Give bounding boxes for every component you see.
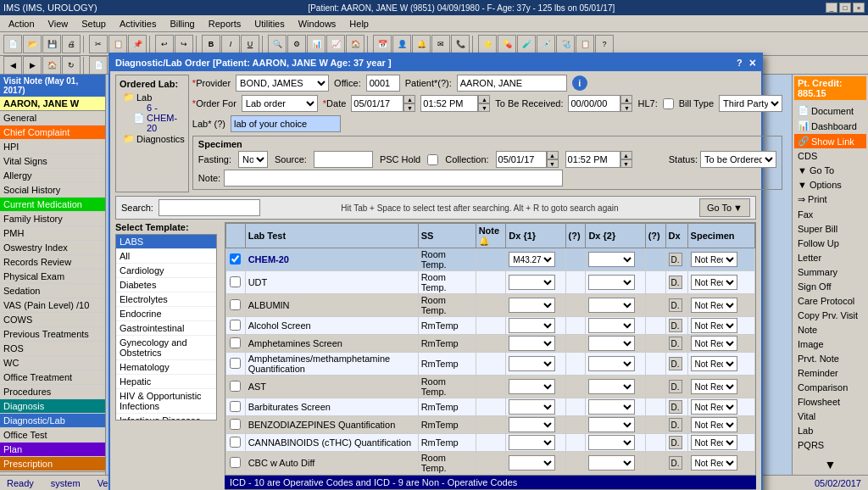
time-input[interactable]	[420, 95, 478, 112]
minimize-button[interactable]: _	[826, 3, 837, 13]
specimen-select[interactable]: Not Req	[691, 435, 737, 450]
dx1-select[interactable]	[509, 435, 555, 450]
nav-family-history[interactable]: Family History	[0, 212, 105, 226]
right-print[interactable]: ⇒ Print	[794, 192, 866, 207]
template-hematology[interactable]: Hematology	[116, 360, 216, 375]
dx-button[interactable]: D.	[669, 276, 682, 289]
nav-general[interactable]: General	[0, 111, 105, 125]
row-checkbox[interactable]	[230, 381, 241, 392]
nav-back[interactable]: ◀	[3, 56, 22, 75]
source-input[interactable]	[314, 151, 373, 168]
dx2-select[interactable]	[588, 318, 635, 333]
tool8[interactable]: 🔔	[412, 35, 431, 53]
right-vital[interactable]: Vital	[794, 409, 866, 423]
menu-setup[interactable]: Setup	[76, 18, 111, 30]
right-pqrs[interactable]: PQRS	[794, 438, 866, 452]
dx-button[interactable]: D.	[669, 418, 682, 432]
specimen-select[interactable]: Not Req	[691, 417, 737, 432]
tool9[interactable]: ✉	[431, 35, 450, 53]
tool6[interactable]: 📅	[373, 35, 392, 53]
dx-button[interactable]: D.	[669, 380, 682, 393]
time-up[interactable]: ▲	[478, 95, 490, 103]
nav-social-history[interactable]: Social History	[0, 183, 105, 198]
redo-button[interactable]: ↪	[175, 35, 193, 53]
open-button[interactable]: 📂	[23, 35, 42, 53]
tree-diagnostics[interactable]: 📁 Diagnostics	[120, 133, 185, 144]
dx2-select[interactable]	[588, 417, 635, 432]
menu-billing[interactable]: Billing	[164, 18, 199, 30]
right-comparison[interactable]: Comparison	[794, 381, 866, 394]
undo-button[interactable]: ↩	[155, 35, 174, 53]
dx-button[interactable]: D.	[669, 357, 682, 370]
nav-office-treatment[interactable]: Office Treatment	[0, 370, 105, 385]
nav-physical-exam[interactable]: Physical Exam	[0, 270, 105, 284]
right-flowsheet[interactable]: Flowsheet	[794, 395, 866, 409]
specimen-select[interactable]: Not Req	[691, 298, 737, 313]
template-diabetes[interactable]: Diabetes	[116, 278, 216, 292]
new-button[interactable]: 📄	[3, 35, 22, 53]
right-follow-up[interactable]: Follow Up	[794, 237, 866, 250]
row-checkbox[interactable]	[230, 358, 241, 369]
search-input[interactable]	[159, 199, 260, 216]
office-input[interactable]	[366, 75, 400, 92]
dx2-select[interactable]	[588, 399, 635, 415]
status-select[interactable]: To be Ordered	[700, 151, 776, 168]
nav-pmh[interactable]: PMH	[0, 226, 105, 241]
specimen-select[interactable]: Not Req	[691, 252, 737, 267]
dx1-select[interactable]	[509, 336, 555, 351]
col-date-down[interactable]: ▼	[547, 159, 559, 168]
go-to-button[interactable]: Go To ▼	[699, 198, 750, 217]
tool5[interactable]: 🏠	[346, 35, 364, 53]
nav-prescription[interactable]: Prescription	[0, 457, 105, 471]
copy-button[interactable]: 📋	[108, 35, 127, 53]
dx-button[interactable]: D.	[669, 319, 682, 332]
right-prvt-note[interactable]: Prvt. Note	[794, 352, 866, 365]
date-input[interactable]	[351, 95, 403, 112]
dx1-select[interactable]	[509, 356, 555, 371]
dx1-select[interactable]	[509, 399, 555, 415]
row-checkbox[interactable]	[230, 437, 241, 448]
italic-button[interactable]: I	[221, 35, 240, 53]
specimen-select[interactable]: Not Req	[691, 336, 737, 351]
dx2-select[interactable]	[588, 336, 635, 351]
dx2-select[interactable]	[588, 298, 635, 313]
tool3[interactable]: 📊	[307, 35, 326, 53]
nav-diagnostic-lab[interactable]: Diagnostic/Lab	[0, 414, 105, 428]
right-fax[interactable]: Fax	[794, 208, 866, 221]
tool7[interactable]: 👤	[392, 35, 411, 53]
tool2[interactable]: ⚙	[287, 35, 306, 53]
menu-activities[interactable]: Activities	[114, 18, 161, 30]
template-electrolytes[interactable]: Electrolytes	[116, 292, 216, 307]
time-down[interactable]: ▼	[478, 103, 490, 112]
dx2-select[interactable]	[588, 379, 635, 394]
dx1-select[interactable]	[509, 417, 555, 432]
tree-chem20[interactable]: 📄 6 - CHEM-20	[120, 103, 185, 133]
template-endocrine[interactable]: Endocrine	[116, 307, 216, 321]
specimen-select[interactable]: Not Req	[691, 356, 737, 371]
bill-type-select[interactable]: Third Party	[719, 95, 782, 112]
restore-button[interactable]: □	[839, 3, 851, 13]
nav-cows[interactable]: COWS	[0, 313, 105, 327]
tool10[interactable]: 📞	[451, 35, 470, 53]
info-icon[interactable]: i	[572, 75, 587, 91]
nav-prev-treatments[interactable]: Previous Treatments	[0, 327, 105, 342]
template-gynecology[interactable]: Gynecology and Obstetrics	[116, 336, 216, 360]
received-up[interactable]: ▲	[620, 95, 632, 103]
template-infectious[interactable]: Infectious Diseases	[116, 414, 216, 420]
specimen-select[interactable]: Not Req	[691, 318, 737, 333]
menu-windows[interactable]: Windows	[293, 18, 342, 30]
dx1-select[interactable]	[509, 318, 555, 333]
template-cardiology[interactable]: Cardiology	[116, 264, 216, 278]
tool13[interactable]: 🧪	[517, 35, 536, 53]
nav-sedation[interactable]: Sedation	[0, 284, 105, 298]
menu-view[interactable]: View	[43, 18, 74, 30]
nav-oswestry[interactable]: Oswestry Index	[0, 241, 105, 255]
sidebar-down-arrow[interactable]: ▼	[825, 458, 837, 471]
dx-button[interactable]: D.	[669, 400, 682, 414]
fasting-select[interactable]: No	[238, 151, 268, 168]
dx1-select[interactable]	[509, 379, 555, 394]
dx-button[interactable]: D.	[669, 436, 682, 449]
specimen-select[interactable]: Not Req	[691, 455, 737, 471]
template-labs[interactable]: LABS	[116, 235, 216, 249]
dx2-select[interactable]	[588, 455, 635, 471]
